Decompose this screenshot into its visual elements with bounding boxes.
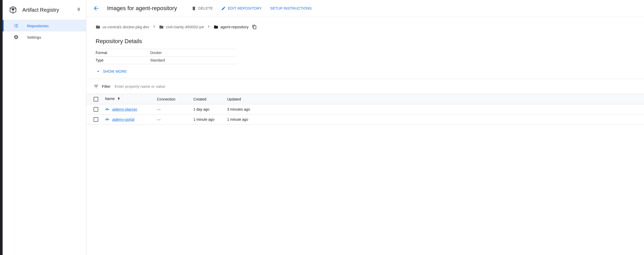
- sidebar-item-settings[interactable]: Settings: [3, 31, 86, 43]
- copy-icon[interactable]: [252, 25, 257, 29]
- svg-rect-6: [16, 27, 18, 27]
- connection-value: —: [157, 107, 161, 111]
- svg-rect-13: [106, 119, 107, 120]
- sort-ascending-icon: [117, 97, 121, 102]
- sidebar: Artifact Registry Repositories: [3, 0, 86, 255]
- details-value: Docker: [150, 51, 162, 55]
- image-link[interactable]: aidemy-planner: [112, 107, 137, 111]
- crumb-label: us-central1-docker.pkg.dev: [102, 25, 149, 29]
- main-content: Images for agent-repository DELETE EDIT …: [86, 0, 644, 255]
- details-table: Format Docker Type Standard: [96, 49, 236, 64]
- filter-input[interactable]: [114, 83, 635, 90]
- column-header-created[interactable]: Created: [190, 94, 224, 104]
- breadcrumb-item-current: agent-repository: [214, 25, 248, 29]
- svg-rect-10: [106, 108, 107, 109]
- svg-rect-4: [16, 25, 18, 26]
- page-title: Images for agent-repository: [107, 5, 177, 12]
- setup-instructions-button[interactable]: SETUP INSTRUCTIONS: [270, 6, 312, 10]
- svg-rect-0: [12, 8, 14, 10]
- column-header-updated[interactable]: Updated: [224, 94, 260, 104]
- breadcrumb-item[interactable]: civil-clarity-450002-p4: [159, 25, 204, 29]
- chevron-down-icon: [96, 69, 101, 74]
- back-button[interactable]: [93, 5, 100, 12]
- product-title: Artifact Registry: [22, 7, 71, 13]
- sidebar-item-repositories[interactable]: Repositories: [3, 20, 86, 31]
- chevron-right-icon: [206, 24, 211, 30]
- svg-rect-9: [107, 109, 108, 110]
- crumb-label: agent-repository: [220, 25, 248, 29]
- docker-icon: [105, 117, 110, 122]
- details-row: Format Docker: [96, 49, 236, 57]
- sidebar-header: Artifact Registry: [3, 0, 86, 20]
- folder-icon: [214, 25, 218, 29]
- gear-icon: [14, 35, 19, 40]
- sidebar-item-label: Repositories: [27, 24, 49, 28]
- images-table: Name Connection Created Updated: [86, 94, 644, 125]
- svg-rect-12: [106, 119, 106, 120]
- svg-rect-11: [107, 108, 108, 109]
- edit-label: EDIT REPOSITORY: [228, 6, 262, 10]
- table-row: aidemy-planner — 1 day ago 3 minutes ago: [86, 104, 644, 115]
- svg-rect-8: [106, 109, 107, 110]
- list-icon: [14, 23, 19, 28]
- details-value: Standard: [150, 58, 165, 62]
- svg-rect-5: [14, 27, 15, 27]
- details-label: Format: [96, 51, 150, 55]
- svg-rect-3: [14, 25, 15, 26]
- svg-rect-7: [106, 109, 106, 110]
- pin-icon[interactable]: [76, 7, 81, 12]
- column-header-name[interactable]: Name: [102, 94, 154, 104]
- setup-label: SETUP INSTRUCTIONS: [270, 6, 312, 10]
- artifact-registry-icon: [8, 5, 18, 15]
- table-row: aidemy-portal — 1 minute ago 1 minute ag…: [86, 115, 644, 125]
- trash-icon: [192, 6, 196, 11]
- toolbar: Images for agent-repository DELETE EDIT …: [86, 0, 644, 17]
- breadcrumb-item[interactable]: us-central1-docker.pkg.dev: [96, 25, 149, 29]
- svg-rect-14: [107, 119, 108, 120]
- show-more-button[interactable]: SHOW MORE: [86, 64, 644, 79]
- folder-icon: [96, 25, 100, 29]
- filter-bar: Filter: [86, 79, 644, 94]
- svg-rect-1: [14, 24, 15, 25]
- pencil-icon: [221, 6, 226, 11]
- show-more-label: SHOW MORE: [103, 69, 127, 73]
- delete-button[interactable]: DELETE: [192, 6, 213, 11]
- details-label: Type: [96, 58, 150, 62]
- left-edge-strip: [0, 0, 3, 255]
- image-link[interactable]: aidemy-portal: [112, 117, 134, 122]
- created-value: 1 minute ago: [193, 117, 214, 122]
- filter-label: Filter: [102, 84, 110, 89]
- filter-icon: [94, 84, 99, 89]
- row-checkbox[interactable]: [94, 117, 98, 122]
- created-value: 1 day ago: [193, 107, 209, 111]
- svg-rect-16: [107, 118, 108, 119]
- updated-value: 1 minute ago: [227, 117, 248, 122]
- details-row: Type Standard: [96, 57, 236, 64]
- breadcrumb: us-central1-docker.pkg.dev civil-clarity…: [86, 24, 644, 30]
- docker-icon: [105, 107, 110, 111]
- delete-label: DELETE: [198, 6, 213, 10]
- connection-value: —: [157, 117, 161, 122]
- svg-rect-2: [16, 24, 18, 25]
- svg-rect-15: [106, 118, 107, 119]
- section-title: Repository Details: [86, 30, 644, 49]
- chevron-right-icon: [152, 24, 156, 30]
- toolbar-actions: DELETE EDIT REPOSITORY SETUP INSTRUCTION…: [192, 6, 312, 11]
- edit-repository-button[interactable]: EDIT REPOSITORY: [221, 6, 262, 11]
- crumb-label: civil-clarity-450002-p4: [166, 25, 204, 29]
- updated-value: 3 minutes ago: [227, 107, 250, 111]
- row-checkbox[interactable]: [94, 107, 98, 112]
- sidebar-item-label: Settings: [27, 35, 41, 39]
- column-header-connection[interactable]: Connection: [154, 94, 190, 104]
- folder-icon: [159, 25, 164, 29]
- select-all-checkbox[interactable]: [94, 97, 98, 102]
